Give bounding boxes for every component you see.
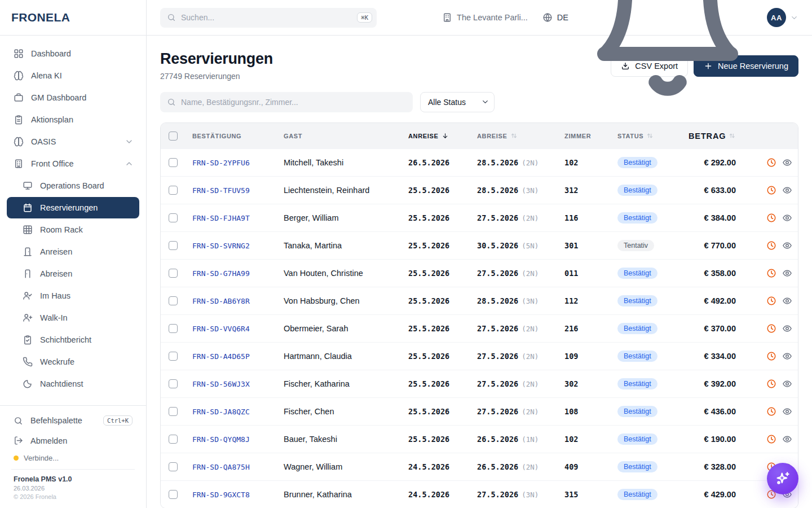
confirmation-link[interactable]: FRN-SD-QA875H bbox=[192, 463, 250, 471]
sidebar-item-walk-in[interactable]: Walk-In bbox=[7, 307, 139, 329]
row-checkbox[interactable] bbox=[169, 324, 178, 333]
sidebar-item-weckrufe[interactable]: Weckrufe bbox=[7, 351, 139, 373]
confirmation-link[interactable]: FRN-SD-2YPFU6 bbox=[192, 159, 250, 167]
row-checkbox[interactable] bbox=[169, 407, 178, 416]
clock-icon[interactable] bbox=[766, 434, 776, 444]
table-row[interactable]: FRN-SD-2YPFU6 Mitchell, Takeshi 26.5.202… bbox=[161, 148, 798, 176]
eye-icon[interactable] bbox=[782, 434, 792, 444]
eye-icon[interactable] bbox=[782, 351, 792, 361]
command-palette-button[interactable]: Befehlspalette Ctrl+K bbox=[9, 410, 137, 431]
col-guest[interactable]: GAST bbox=[284, 133, 408, 139]
confirmation-link[interactable]: FRN-SD-G7HA99 bbox=[192, 269, 250, 278]
confirmation-link[interactable]: FRN-SD-FJHA9T bbox=[192, 214, 250, 222]
clock-icon[interactable] bbox=[766, 323, 776, 334]
eye-icon[interactable] bbox=[782, 157, 792, 168]
clock-icon[interactable] bbox=[766, 379, 776, 389]
table-row[interactable]: FRN-SD-G7HA99 Van Houten, Christine 25.5… bbox=[161, 259, 798, 287]
eye-icon[interactable] bbox=[782, 323, 792, 334]
table-row[interactable]: FRN-SD-9GXCT8 Brunner, Katharina 24.5.20… bbox=[161, 480, 798, 508]
ai-assistant-button[interactable] bbox=[767, 463, 798, 494]
table-row[interactable]: FRN-SD-QYQM8J Bauer, Takeshi 25.5.2026 2… bbox=[161, 425, 798, 453]
sidebar-item-aktionsplan[interactable]: Aktionsplan bbox=[7, 109, 139, 130]
eye-icon[interactable] bbox=[782, 406, 792, 417]
sidebar-item-alena-ki[interactable]: Alena KI bbox=[7, 65, 139, 86]
row-checkbox[interactable] bbox=[169, 158, 178, 167]
row-checkbox[interactable] bbox=[169, 379, 178, 388]
sidebar-item-gm-dashboard[interactable]: GM Dashboard bbox=[7, 87, 139, 108]
eye-icon[interactable] bbox=[782, 213, 792, 223]
eye-icon[interactable] bbox=[782, 379, 792, 389]
row-checkbox[interactable] bbox=[169, 435, 178, 444]
row-checkbox[interactable] bbox=[169, 269, 178, 278]
arrival-date: 25.5.2026 bbox=[408, 352, 449, 361]
logout-button[interactable]: Abmelden bbox=[9, 431, 137, 450]
table-row[interactable]: FRN-SD-AB6Y8R Von Habsburg, Chen 25.5.20… bbox=[161, 287, 798, 314]
table-filter[interactable] bbox=[160, 92, 413, 112]
confirmation-link[interactable]: FRN-SD-TFUV59 bbox=[192, 186, 250, 195]
user-menu[interactable]: AA bbox=[767, 8, 798, 27]
table-row[interactable]: FRN-SD-JA8QZC Fischer, Chen 25.5.2026 27… bbox=[161, 397, 798, 425]
sidebar-item-reservierungen[interactable]: Reservierungen bbox=[7, 197, 139, 218]
arrival-date: 25.5.2026 bbox=[408, 213, 449, 222]
confirmation-link[interactable]: FRN-SD-VVQ6R4 bbox=[192, 325, 250, 333]
clock-icon[interactable] bbox=[766, 213, 776, 223]
col-departure[interactable]: ABREISE bbox=[477, 132, 564, 139]
clock-icon[interactable] bbox=[766, 351, 776, 361]
confirmation-link[interactable]: FRN-SD-9GXCT8 bbox=[192, 491, 250, 499]
clock-icon[interactable] bbox=[766, 240, 776, 251]
sidebar-item-operations-board[interactable]: Operations Board bbox=[7, 175, 139, 196]
table-row[interactable]: FRN-SD-VVQ6R4 Obermeier, Sarah 25.5.2026… bbox=[161, 314, 798, 342]
sidebar-item-dashboard[interactable]: Dashboard bbox=[7, 43, 139, 64]
property-switcher[interactable]: The Levante Parli... bbox=[442, 12, 528, 23]
select-all-checkbox[interactable] bbox=[169, 132, 178, 141]
notifications-button[interactable]: 9+ bbox=[583, 0, 752, 103]
col-room[interactable]: ZIMMER bbox=[564, 133, 617, 139]
row-checkbox[interactable] bbox=[169, 296, 178, 305]
eye-icon[interactable] bbox=[782, 268, 792, 278]
sidebar-item-oasis[interactable]: OASIS bbox=[7, 131, 139, 152]
confirmation-link[interactable]: FRN-SD-QYQM8J bbox=[192, 435, 250, 444]
confirmation-link[interactable]: FRN-SD-AB6Y8R bbox=[192, 297, 250, 305]
confirmation-link[interactable]: FRN-SD-A4D65P bbox=[192, 352, 250, 361]
global-search[interactable]: ⌘K bbox=[160, 8, 377, 28]
row-checkbox[interactable] bbox=[169, 462, 178, 471]
sidebar-item-room-rack[interactable]: Room Rack bbox=[7, 219, 139, 240]
clock-icon[interactable] bbox=[766, 157, 776, 168]
col-status[interactable]: STATUS bbox=[617, 132, 689, 139]
table-row[interactable]: FRN-SD-A4D65P Hartmann, Claudia 25.5.202… bbox=[161, 342, 798, 370]
clock-icon[interactable] bbox=[766, 185, 776, 195]
clock-icon[interactable] bbox=[766, 268, 776, 278]
row-checkbox[interactable] bbox=[169, 213, 178, 222]
eye-icon[interactable] bbox=[782, 296, 792, 306]
table-row[interactable]: FRN-SD-56WJ3X Fischer, Katharina 25.5.20… bbox=[161, 370, 798, 397]
row-checkbox[interactable] bbox=[169, 490, 178, 499]
eye-icon[interactable] bbox=[782, 240, 792, 251]
row-checkbox[interactable] bbox=[169, 352, 178, 361]
table-row[interactable]: FRN-SD-QA875H Wagner, William 24.5.2026 … bbox=[161, 453, 798, 480]
col-confirmation[interactable]: BESTÄTIGUNG bbox=[192, 133, 284, 139]
clock-icon[interactable] bbox=[766, 296, 776, 306]
sidebar-item-abreisen[interactable]: Abreisen bbox=[7, 263, 139, 284]
sidebar-item-schichtbericht[interactable]: Schichtbericht bbox=[7, 329, 139, 351]
sidebar-item-anreisen[interactable]: Anreisen bbox=[7, 241, 139, 262]
sidebar-item-im-haus[interactable]: Im Haus bbox=[7, 285, 139, 306]
confirmation-link[interactable]: FRN-SD-SVRNG2 bbox=[192, 242, 250, 250]
col-arrival[interactable]: ANREISE bbox=[408, 132, 477, 139]
arrival-date: 25.5.2026 bbox=[408, 324, 449, 333]
sidebar-item-nachtdienst[interactable]: Nachtdienst bbox=[7, 373, 139, 395]
global-search-input[interactable] bbox=[181, 13, 352, 22]
table-row[interactable]: FRN-SD-TFUV59 Liechtenstein, Reinhard 25… bbox=[161, 176, 798, 204]
row-checkbox[interactable] bbox=[169, 186, 178, 195]
table-row[interactable]: FRN-SD-SVRNG2 Tanaka, Martina 25.5.2026 … bbox=[161, 231, 798, 259]
sidebar-item-front-office[interactable]: Front Office bbox=[7, 153, 139, 174]
confirmation-link[interactable]: FRN-SD-JA8QZC bbox=[192, 408, 250, 416]
col-amount[interactable]: BETRAG bbox=[689, 132, 745, 141]
confirmation-link[interactable]: FRN-SD-56WJ3X bbox=[192, 380, 250, 388]
table-row[interactable]: FRN-SD-FJHA9T Berger, William 25.5.2026 … bbox=[161, 204, 798, 231]
filter-input[interactable] bbox=[181, 98, 406, 107]
language-switcher[interactable]: DE bbox=[542, 12, 568, 23]
eye-icon[interactable] bbox=[782, 185, 792, 195]
clock-icon[interactable] bbox=[766, 406, 776, 417]
status-badge: Bestätigt bbox=[617, 212, 657, 224]
row-checkbox[interactable] bbox=[169, 241, 178, 250]
